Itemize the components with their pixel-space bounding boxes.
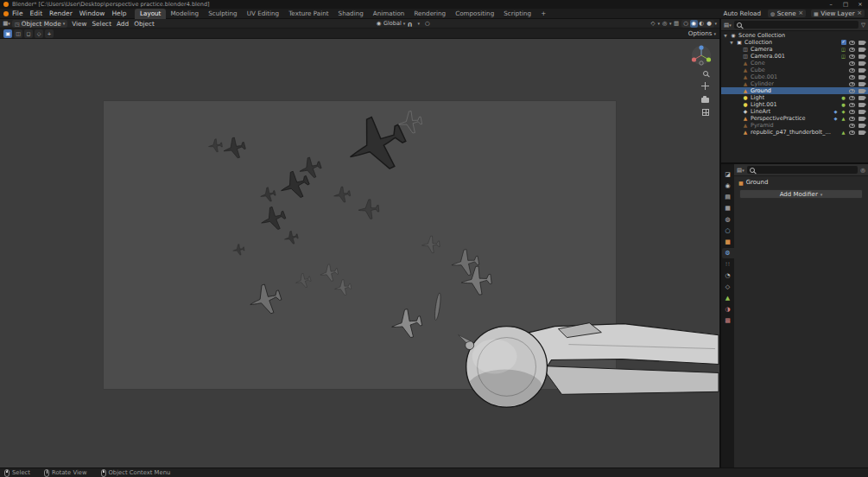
filter-icon[interactable]: ▽: [861, 22, 865, 29]
hide-eye-toggle[interactable]: [849, 89, 855, 93]
show-gizmo-icon[interactable]: ◇: [649, 20, 656, 28]
airplane-model-5[interactable]: [296, 155, 323, 181]
toggle-perspective-icon[interactable]: [702, 109, 709, 116]
hide-eye-toggle[interactable]: [849, 54, 855, 59]
auto-reload-button[interactable]: Auto Reload: [722, 10, 763, 17]
minimize-button[interactable]: –: [827, 0, 835, 9]
shading-rendered-icon[interactable]: ●: [706, 20, 713, 28]
properties-tab-view-layer[interactable]: ▦: [722, 203, 734, 213]
select-mode-new-button[interactable]: ▣: [3, 29, 12, 38]
outliner-row-collection[interactable]: ▼▣Collection: [721, 39, 868, 46]
outliner-row-cube-001[interactable]: ▲Cube.001: [721, 73, 868, 80]
menu-render[interactable]: Render: [46, 9, 76, 18]
workspace-tab-uv-editing[interactable]: UV Editing: [242, 9, 284, 19]
select-mode-invert-button[interactable]: ◇: [35, 29, 43, 38]
outliner-row-camera[interactable]: ◫Camera◫: [721, 46, 868, 53]
hide-eye-toggle[interactable]: [849, 75, 855, 80]
properties-search[interactable]: [747, 166, 858, 174]
add-modifier-button[interactable]: Add Modifier ▾: [739, 189, 863, 199]
disable-render-toggle[interactable]: [858, 130, 865, 135]
properties-tab-physics[interactable]: ◔: [722, 270, 734, 281]
hide-eye-toggle[interactable]: [849, 82, 855, 86]
outliner-row-cube[interactable]: ▲Cube: [721, 67, 868, 73]
outliner-row-scene-collection[interactable]: ▼◉Scene Collection: [721, 32, 868, 39]
hide-eye-toggle[interactable]: [849, 117, 855, 121]
foreground-plane[interactable]: [434, 293, 719, 408]
hide-eye-toggle[interactable]: [849, 130, 855, 135]
workspace-tab-layout[interactable]: Layout: [135, 9, 165, 19]
close-button[interactable]: ×: [856, 0, 865, 9]
disable-render-toggle[interactable]: [858, 82, 865, 86]
disable-render-toggle[interactable]: [858, 68, 865, 73]
outliner-row-light-001[interactable]: ●Light.001●: [721, 101, 868, 108]
gizmo-dropdown-icon[interactable]: ▾: [657, 21, 660, 26]
airplane-model-1[interactable]: [339, 108, 413, 181]
options-dropdown[interactable]: Options ▾: [688, 29, 716, 37]
properties-editor-type-button[interactable]: ▤▾: [737, 167, 744, 174]
airplane-model-17[interactable]: [294, 272, 312, 290]
properties-tab-output[interactable]: ▤: [722, 192, 734, 202]
properties-tab-world[interactable]: ○: [722, 226, 734, 236]
viewport-menu-view[interactable]: View: [69, 20, 89, 28]
airplane-model-8[interactable]: [333, 186, 352, 204]
properties-tab-object[interactable]: ■: [722, 237, 734, 247]
outliner-editor-type-button[interactable]: ▤▾: [724, 22, 732, 29]
disable-render-toggle[interactable]: [858, 89, 865, 93]
navigation-gizmo[interactable]: [690, 43, 713, 66]
editor-type-button[interactable]: ▦▾: [3, 20, 10, 28]
viewport-menu-add[interactable]: Add: [114, 20, 131, 28]
properties-search-input[interactable]: [757, 167, 856, 174]
menu-help[interactable]: Help: [108, 9, 130, 18]
select-mode-intersect-button[interactable]: +: [45, 29, 54, 38]
properties-tab-modifiers[interactable]: ⚙: [722, 248, 734, 258]
outliner-search[interactable]: [734, 21, 858, 29]
outliner-row-ground[interactable]: ▲Ground: [721, 87, 868, 94]
select-mode-extend-button[interactable]: ◫: [14, 29, 22, 38]
hide-eye-toggle[interactable]: [849, 61, 855, 66]
3d-viewport[interactable]: [0, 39, 719, 467]
snap-settings-dropdown[interactable]: ▾: [415, 20, 422, 28]
properties-tab-object-data[interactable]: ▲: [722, 293, 734, 303]
disable-render-toggle[interactable]: [858, 75, 865, 80]
outliner-row-lineart[interactable]: ◆LineArt◆◆: [721, 108, 868, 115]
expand-toggle[interactable]: ▼: [729, 41, 734, 45]
workspace-tab-sculpting[interactable]: Sculpting: [204, 9, 243, 19]
shading-solid-icon[interactable]: ◉: [690, 20, 698, 28]
hide-eye-toggle[interactable]: [849, 124, 855, 128]
properties-tab-texture[interactable]: ▩: [722, 315, 734, 326]
properties-tab-particles[interactable]: ∷: [722, 259, 734, 270]
airplane-model-10[interactable]: [257, 204, 288, 234]
hide-eye-toggle[interactable]: [849, 68, 855, 73]
outliner-row-republic-p47-thunderbolt-final[interactable]: ▲republic_p47_thunderbolt_final▲: [721, 129, 868, 136]
airplane-model-9[interactable]: [358, 199, 379, 219]
toggle-xray-icon[interactable]: ▥: [673, 20, 681, 28]
outliner-row-light[interactable]: ●Light●: [721, 94, 868, 101]
workspace-tab-texture-paint[interactable]: Texture Paint: [284, 9, 333, 19]
hide-eye-toggle[interactable]: [849, 96, 855, 100]
proportional-editing-icon[interactable]: ○: [423, 20, 431, 28]
view-layer-selector[interactable]: ▦ View Layer ×: [811, 10, 865, 17]
mode-select[interactable]: ◳ Object Mode ▾: [12, 20, 67, 28]
zoom-icon[interactable]: [703, 71, 708, 76]
menu-edit[interactable]: Edit: [27, 9, 47, 18]
outliner-row-cone[interactable]: ▲Cone: [721, 60, 868, 67]
workspace-tab-shading[interactable]: Shading: [333, 9, 368, 19]
menu-window[interactable]: Window: [76, 9, 109, 18]
select-mode-subtract-button[interactable]: ◻: [24, 29, 33, 38]
properties-tab-object-constraints[interactable]: ◇: [722, 282, 734, 292]
outliner-row-cylinder[interactable]: ▲Cylinder: [721, 80, 868, 87]
disable-render-toggle[interactable]: [858, 117, 865, 121]
outliner-search-input[interactable]: [744, 22, 856, 29]
viewport-menu-object[interactable]: Object: [131, 20, 157, 28]
outliner-row-perspectivepractice[interactable]: ▲PerspectivePractice◆▲: [721, 115, 868, 122]
airplane-model-20[interactable]: [389, 307, 424, 340]
disable-render-toggle[interactable]: [858, 61, 865, 66]
viewport-menu-select[interactable]: Select: [89, 20, 114, 28]
hide-eye-toggle[interactable]: [849, 48, 855, 52]
workspace-tab-rendering[interactable]: Rendering: [409, 9, 451, 19]
unlink-scene-icon[interactable]: ×: [798, 10, 803, 17]
shading-dropdown-icon[interactable]: ▾: [715, 21, 718, 26]
airplane-model-13[interactable]: [421, 235, 440, 253]
properties-tab-render[interactable]: ◉: [722, 181, 734, 191]
airplane-model-18[interactable]: [333, 278, 352, 296]
